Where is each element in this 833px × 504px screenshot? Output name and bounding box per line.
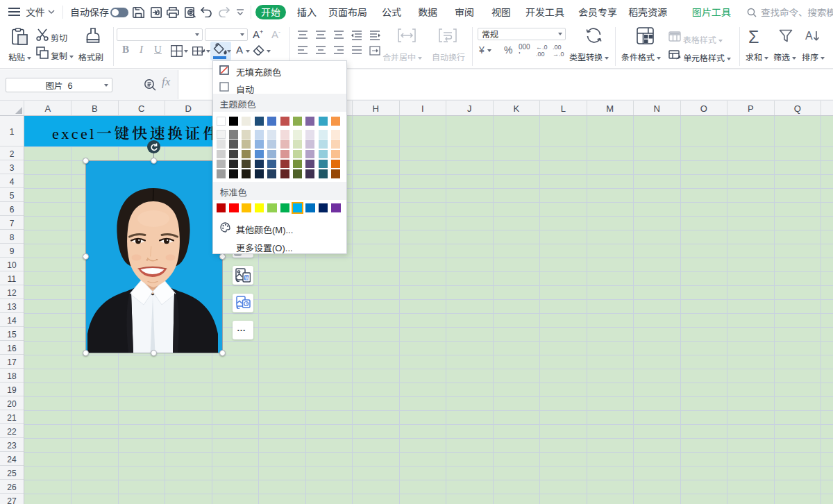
svg-text:W: W	[245, 276, 250, 280]
svg-text:A: A	[805, 30, 813, 42]
